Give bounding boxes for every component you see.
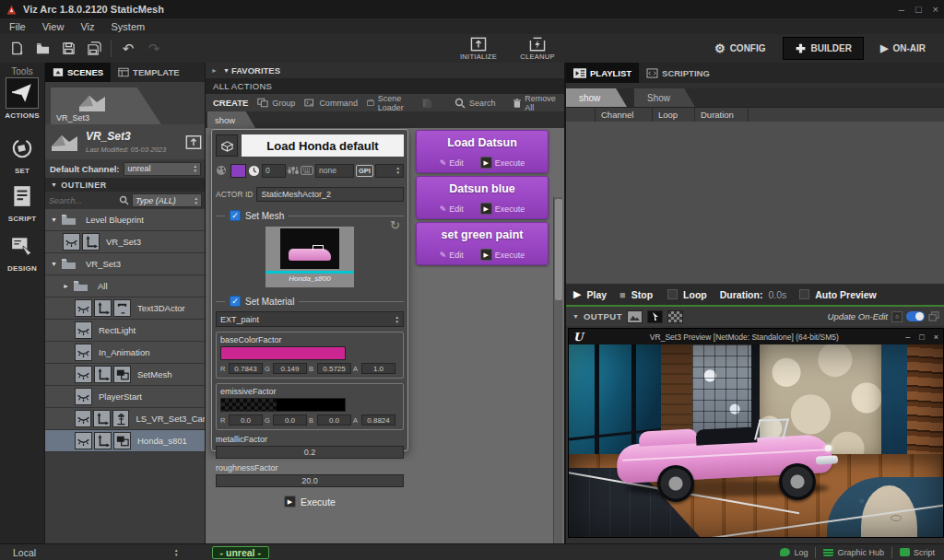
play-icon[interactable]: ▶ [573, 288, 581, 300]
tree-row-level-blueprint[interactable]: ▼Level Blueprint [45, 209, 206, 231]
subtab-show-2[interactable]: Show [634, 88, 695, 107]
refresh-icon[interactable]: ↻ [390, 218, 400, 232]
location-select[interactable]: Local [13, 547, 36, 558]
mesh-thumbnail[interactable]: Honda_s800 [266, 227, 354, 287]
eye-icon[interactable] [75, 388, 92, 405]
scene-export-icon[interactable] [185, 134, 202, 150]
tree-row-all[interactable]: ►All [45, 275, 206, 298]
tree-expander-icon[interactable]: ► [63, 283, 71, 289]
restore-button[interactable]: □ [915, 4, 922, 15]
config-button[interactable]: ⚙ CONFIG [703, 37, 777, 60]
gpi-select[interactable]: ▲▼ [375, 164, 404, 178]
base-color-bar[interactable] [220, 346, 346, 360]
initialize-button[interactable]: INITIALIZE [449, 34, 508, 63]
close-button[interactable]: × [933, 4, 938, 15]
tree-row-honda-s801[interactable]: Honda_s801 [45, 430, 206, 452]
text-icon[interactable] [113, 299, 131, 317]
eye-icon[interactable] [75, 432, 92, 449]
subtab-show[interactable]: show [566, 88, 627, 107]
collapse-icon[interactable]: ▼ [572, 313, 579, 320]
rail-item-script[interactable]: SCRIPT [0, 181, 44, 223]
tree-row-vr-set3[interactable]: ▼VR_Set3 [45, 253, 206, 275]
menu-file[interactable]: File [9, 21, 26, 32]
tree-row-playerstart[interactable]: PlayerStart [45, 386, 206, 408]
new-document-icon[interactable] [7, 40, 26, 58]
tree-expander-icon[interactable]: ▼ [51, 261, 59, 267]
update-on-edit-toggle[interactable] [906, 311, 925, 321]
auto-preview-checkbox[interactable] [799, 289, 809, 299]
remove-all-button[interactable]: Remove All [513, 94, 558, 112]
roughness-input[interactable]: 20.0 [216, 474, 404, 487]
channel-unreal-button[interactable]: - unreal - [212, 546, 269, 559]
action-card-load-datsun[interactable]: Load Datsun ✎Edit ▶Execute [416, 130, 549, 173]
tree-row-ls-vr-set3-car[interactable]: LS_VR_Set3_Car [45, 408, 206, 430]
close-button[interactable]: × [934, 332, 938, 342]
channel-value-input[interactable]: 0.5725 [317, 363, 351, 374]
create-group-button[interactable]: Group [257, 98, 295, 108]
tree-row-in-animation[interactable]: In_Animation [45, 342, 206, 364]
rail-item-set[interactable]: SET [0, 133, 44, 175]
card-execute-button[interactable]: ▶Execute [480, 203, 525, 215]
menu-system[interactable]: System [111, 21, 145, 32]
eye-icon[interactable] [75, 344, 92, 361]
emissive-bar[interactable] [220, 398, 346, 412]
channel-value-input[interactable]: 0.7843 [229, 363, 263, 374]
scene-tab-vr-set3[interactable]: VR_Set3 [51, 88, 161, 124]
create-command-button[interactable]: Command [304, 98, 358, 108]
playlist-body[interactable] [566, 122, 944, 284]
channel-value-input[interactable]: 0.0 [229, 414, 263, 426]
on-air-button[interactable]: ▶ ON-AIR [869, 37, 937, 60]
outliner-header[interactable]: ▼ OUTLINER [45, 178, 206, 192]
stop-icon[interactable]: ■ [620, 289, 626, 300]
actor-id-input[interactable]: StaticMeshActor_2 [256, 187, 404, 202]
tab-template[interactable]: TEMPLATE [111, 63, 187, 82]
tree-expander-icon[interactable]: ▼ [51, 216, 59, 223]
eye-icon[interactable] [75, 321, 92, 339]
output-circle-button[interactable]: ○ [891, 311, 903, 322]
tree-row-setmesh[interactable]: SetMesh [45, 364, 206, 386]
save-icon[interactable] [59, 40, 77, 58]
action-card-datsun-blue[interactable]: Datsun blue ✎Edit ▶Execute [416, 176, 549, 219]
status-script[interactable]: Script [900, 548, 935, 557]
tree-row-vr-set3[interactable]: VR_Set3 [45, 231, 206, 253]
unreal-viewport[interactable] [569, 344, 943, 537]
output-mode-image-icon[interactable] [627, 310, 643, 323]
card-execute-button[interactable]: ▶Execute [480, 157, 525, 169]
mesh-icon[interactable] [113, 366, 131, 383]
outliner-search-input[interactable] [49, 196, 116, 205]
hotkey-input[interactable]: none [315, 164, 354, 178]
status-log[interactable]: Log [780, 548, 808, 557]
card-edit-button[interactable]: ✎Edit [440, 249, 464, 261]
minimize-button[interactable]: – [899, 4, 904, 15]
action-card-set-green-paint[interactable]: set green paint ✎Edit ▶Execute [416, 222, 549, 265]
output-mode-cursor-icon[interactable] [647, 310, 663, 323]
loop-checkbox[interactable] [667, 289, 678, 299]
transform-icon[interactable] [93, 410, 110, 427]
material-select[interactable]: EXT_paint ▲▼ [216, 311, 404, 327]
menu-view[interactable]: View [42, 21, 65, 32]
column-loop[interactable]: Loop [653, 108, 695, 122]
channel-value-input[interactable]: 0.8824 [361, 414, 395, 426]
eye-icon[interactable] [75, 410, 91, 427]
default-channel-select[interactable]: unreal ▲▼ [124, 162, 201, 176]
channel-value-input[interactable]: 1.0 [361, 363, 395, 374]
eye-icon[interactable] [75, 299, 92, 317]
tab-show[interactable]: show [207, 111, 255, 128]
transform-icon[interactable] [82, 233, 100, 251]
channel-value-input[interactable]: 0.0 [273, 414, 307, 426]
create-scene-loader-button[interactable]: Scene Loader [367, 94, 412, 112]
eye-icon[interactable] [75, 366, 92, 383]
rail-item-actions[interactable]: ACTIONS [0, 77, 44, 120]
delay-input[interactable]: 0 [262, 164, 286, 178]
output-mode-checker-icon[interactable] [667, 310, 683, 323]
builder-button[interactable]: BUILDER [783, 37, 864, 60]
eye-icon[interactable] [63, 233, 80, 251]
type-filter-select[interactable]: Type (ALL) ▲▼ [132, 193, 202, 207]
favorites-bar[interactable]: ► ▼FAVORITES [206, 63, 565, 78]
maximize-button[interactable]: □ [919, 332, 924, 342]
external-window-icon[interactable] [928, 311, 939, 321]
tab-scripting[interactable]: SCRIPTING [639, 63, 717, 83]
card-execute-button[interactable]: ▶Execute [480, 249, 525, 261]
stop-button[interactable]: Stop [631, 289, 653, 300]
spinner-icon[interactable]: ▲▼ [174, 548, 178, 557]
